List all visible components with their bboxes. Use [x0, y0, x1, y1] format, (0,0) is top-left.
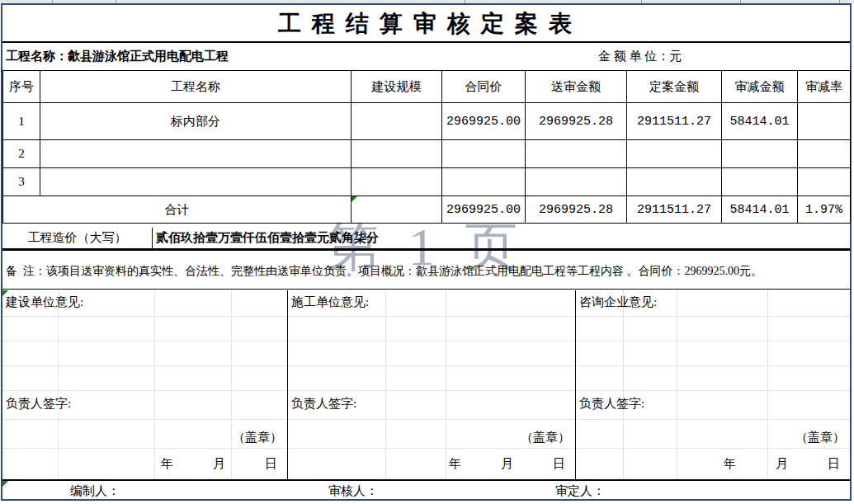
cell-name[interactable]: [40, 168, 352, 196]
error-indicator-icon: [352, 196, 357, 202]
month-label: 月: [213, 457, 225, 470]
table-header-row: 序号 工程名称 建设规模 合同价 送审金额 定案金额 审减金额 审减率: [3, 71, 851, 103]
header-submitted: 送审金额: [526, 71, 627, 103]
cell-scale[interactable]: [352, 140, 442, 168]
cell-scale[interactable]: [352, 103, 442, 140]
total-scale-cell[interactable]: [352, 196, 442, 224]
total-row: 合计 2969925.00 2969925.28 2911511.27 5841…: [3, 196, 851, 224]
cell-reduction[interactable]: 58414.01: [722, 103, 798, 140]
opinion-sections: 建设单位意见: 负责人签字: （盖章） 年月日 施工单位意见: 负责人签字: （…: [2, 290, 850, 481]
cell-rate[interactable]: [798, 168, 851, 196]
opinion-owner-section[interactable]: 建设单位意见: 负责人签字: （盖章） 年月日: [2, 290, 287, 479]
day-label: 日: [828, 457, 840, 470]
header-reduction: 审减金额: [722, 71, 798, 103]
total-rate[interactable]: 1.97%: [798, 196, 851, 224]
project-name-label: 工程名称：歙县游泳馆正式用电配电工程: [6, 49, 229, 64]
page-title: 工 程 结 算 审 核 定 案 表: [2, 5, 850, 43]
cell-submitted[interactable]: 2969925.28: [526, 103, 627, 140]
total-reduction[interactable]: 58414.01: [722, 196, 798, 224]
error-indicator-icon: [2, 481, 8, 487]
amount-unit-label: 金 额 单 位：元: [598, 49, 682, 64]
cell-contract[interactable]: 2969925.00: [442, 103, 526, 140]
header-contract: 合同价: [442, 71, 526, 103]
cell-rate[interactable]: [798, 103, 851, 140]
opinion-contractor-section[interactable]: 施工单位意见: 负责人签字: （盖章） 年月日: [287, 290, 575, 479]
amount-in-words-label: 工程造价（大写）: [2, 228, 153, 248]
month-label: 月: [776, 457, 788, 470]
total-contract[interactable]: 2969925.00: [442, 196, 526, 224]
spreadsheet-page: 第 1 页 工 程 结 算 审 核 定 案 表 工程名称：歙县游泳馆正式用电配电…: [0, 0, 854, 504]
header-scale: 建设规模: [352, 71, 442, 103]
settlement-table: 序号 工程名称 建设规模 合同价 送审金额 定案金额 审减金额 审减率 1 标内…: [2, 70, 851, 224]
month-label: 月: [501, 457, 513, 470]
preparer-label[interactable]: 编制人：: [70, 483, 120, 499]
opinion-title: 施工单位意见:: [291, 294, 369, 310]
total-final[interactable]: 2911511.27: [627, 196, 722, 224]
signature-label: 负责人签字:: [291, 396, 356, 412]
cell-name[interactable]: 标内部分: [40, 103, 352, 140]
opinion-title: 咨询企业意见:: [579, 294, 657, 310]
day-label: 日: [553, 457, 565, 470]
total-submitted[interactable]: 2969925.28: [526, 196, 627, 224]
header-rate: 审减率: [798, 71, 851, 103]
cell-rate[interactable]: [798, 140, 851, 168]
cell-contract[interactable]: [442, 140, 526, 168]
reviewer-label[interactable]: 审核人：: [328, 483, 378, 499]
amount-in-words-row: 工程造价（大写） 贰佰玖拾壹万壹仟伍佰壹拾壹元贰角柒分: [2, 228, 850, 251]
table-row: 2: [3, 140, 851, 168]
cell-name[interactable]: [40, 140, 352, 168]
header-serial: 序号: [3, 71, 40, 103]
cell-scale[interactable]: [352, 168, 442, 196]
cell-reduction[interactable]: [722, 140, 798, 168]
cell-contract[interactable]: [442, 168, 526, 196]
amount-in-words-value[interactable]: 贰佰玖拾壹万壹仟伍佰壹拾壹元贰角柒分: [153, 228, 850, 248]
signature-label: 负责人签字:: [579, 396, 644, 412]
remarks-row: 备 注：该项目送审资料的真实性、合法性、完整性由送审单位负责。项目概况：歙县游泳…: [2, 251, 850, 290]
header-name: 工程名称: [40, 71, 352, 103]
year-label: 年: [724, 457, 736, 470]
staff-row: 编制人： 审核人： 审定人：: [2, 481, 850, 499]
seal-label: （盖章）: [233, 430, 282, 445]
cell-serial[interactable]: 1: [3, 103, 40, 140]
signature-label: 负责人签字:: [6, 396, 71, 412]
table-row: 1 标内部分 2969925.00 2969925.28 2911511.27 …: [3, 103, 851, 140]
seal-label: （盖章）: [521, 430, 570, 445]
cell-reduction[interactable]: [722, 168, 798, 196]
date-line: 年月日: [724, 456, 840, 472]
year-label: 年: [161, 457, 173, 470]
cell-final[interactable]: 2911511.27: [627, 103, 722, 140]
year-label: 年: [449, 457, 461, 470]
date-line: 年月日: [161, 456, 277, 472]
project-info-row: 工程名称：歙县游泳馆正式用电配电工程 金 额 单 位：元: [2, 45, 850, 71]
header-final: 定案金额: [627, 71, 722, 103]
approver-label[interactable]: 审定人：: [555, 483, 605, 499]
cell-submitted[interactable]: [526, 140, 627, 168]
total-label[interactable]: 合计: [3, 196, 352, 224]
cell-serial[interactable]: 3: [3, 168, 40, 196]
opinion-consultant-section[interactable]: 咨询企业意见: 负责人签字: （盖章） 年月日: [575, 290, 850, 479]
day-label: 日: [265, 457, 277, 470]
cell-submitted[interactable]: [526, 168, 627, 196]
date-line: 年月日: [449, 456, 565, 472]
cell-final[interactable]: [627, 140, 722, 168]
seal-label: （盖章）: [795, 430, 845, 445]
table-row: 3: [3, 168, 851, 196]
cell-serial[interactable]: 2: [3, 140, 40, 168]
opinion-title: 建设单位意见:: [6, 294, 83, 310]
cell-final[interactable]: [627, 168, 722, 196]
print-page-area: 第 1 页 工 程 结 算 审 核 定 案 表 工程名称：歙县游泳馆正式用电配电…: [1, 3, 852, 501]
